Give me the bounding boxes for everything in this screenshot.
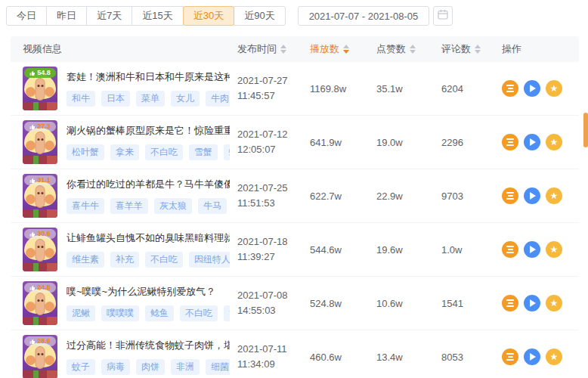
thumb-up-icon: [29, 285, 36, 291]
sort-carets-icon[interactable]: [280, 45, 286, 54]
play-video-button[interactable]: [524, 134, 540, 150]
video-tag[interactable]: 雪蟹: [189, 144, 218, 160]
video-row: 24.8 噗~噗噗~为什么泥鳅特别爱放气？ 泥鳅噗噗噗鲶鱼不白吃黄鳝笑死我了鲤鱼…: [11, 277, 579, 330]
video-tag[interactable]: 细菌: [206, 359, 230, 375]
data-analysis-button[interactable]: [502, 134, 518, 150]
video-title[interactable]: 套娃！澳洲和牛和日本和牛原来是这种关系？: [67, 70, 230, 84]
favorite-button[interactable]: ★: [546, 80, 562, 97]
comments-count: 6204: [441, 83, 502, 94]
video-tag[interactable]: 鲶鱼: [145, 305, 174, 321]
video-tag[interactable]: 不白吃: [145, 252, 183, 268]
favorite-button[interactable]: ★: [546, 134, 562, 150]
video-tag[interactable]: 不白吃: [145, 144, 183, 160]
video-tag[interactable]: 灰太狼: [154, 198, 192, 214]
tag-list: 松叶蟹拿来不白吃雪蟹螃蟹好吃长脚日本蜘蛛蟹: [67, 144, 230, 160]
comments-count: 8053: [441, 352, 502, 363]
data-analysis-button[interactable]: [502, 349, 518, 365]
plays-count: 641.9w: [310, 137, 376, 148]
video-tag[interactable]: 黄鳝: [224, 305, 230, 321]
play-video-button[interactable]: [524, 349, 540, 365]
header-video-info: 视频信息: [11, 42, 237, 56]
video-thumbnail[interactable]: 54.8: [23, 67, 57, 110]
sort-carets-icon[interactable]: [475, 45, 481, 54]
video-tag[interactable]: 拿来: [110, 144, 139, 160]
video-tag[interactable]: 菜单: [136, 91, 165, 107]
video-tag[interactable]: 噗噗噗: [101, 305, 139, 321]
header-likes[interactable]: 点赞数: [376, 42, 441, 56]
video-tag[interactable]: 非洲: [171, 359, 200, 375]
score-value: 24.8: [37, 283, 51, 293]
video-tag[interactable]: 日本: [101, 91, 130, 107]
video-thumbnail[interactable]: 28.6: [23, 335, 57, 378]
calendar-picker-button[interactable]: [433, 6, 453, 26]
play-video-button[interactable]: [524, 187, 540, 204]
video-tag[interactable]: 因纽特人: [189, 252, 230, 268]
data-analysis-button[interactable]: [502, 295, 518, 311]
table-body: 54.8 套娃！澳洲和牛和日本和牛原来是这种关系？ 和牛日本菜单女儿牛肉霜降近亲…: [11, 62, 579, 378]
publish-date: 2021-07-11: [237, 342, 310, 357]
video-title[interactable]: 让鲱鱼罐头自愧不如的臭味黑暗料理就是它——腌海雀！: [67, 231, 230, 245]
video-tag[interactable]: 补充: [110, 252, 139, 268]
video-tag[interactable]: 螃蟹: [224, 144, 230, 160]
header-publish-time[interactable]: 发布时间: [237, 42, 310, 56]
favorite-button[interactable]: ★: [546, 241, 562, 258]
video-tag[interactable]: 松叶蟹: [67, 144, 104, 160]
video-tag[interactable]: 病毒: [101, 359, 130, 375]
video-thumbnail[interactable]: 27.3: [23, 120, 57, 164]
video-tag[interactable]: 不白吃: [180, 305, 218, 321]
video-thumbnail[interactable]: 30.6: [23, 228, 57, 271]
filter-today[interactable]: 今日: [6, 6, 47, 26]
data-analysis-button[interactable]: [502, 241, 518, 258]
data-analysis-button[interactable]: [502, 80, 518, 97]
favorite-button[interactable]: ★: [546, 295, 562, 311]
filter-7days[interactable]: 近7天: [86, 6, 132, 26]
thumb-up-icon: [29, 178, 36, 184]
thumb-up-icon: [29, 339, 36, 345]
video-tag[interactable]: 女儿: [171, 91, 200, 107]
favorite-button[interactable]: ★: [546, 187, 562, 204]
play-video-button[interactable]: [524, 241, 540, 258]
video-thumbnail[interactable]: 31.1: [23, 174, 57, 218]
video-tag[interactable]: 喜羊羊: [110, 198, 148, 214]
filter-15days[interactable]: 近15天: [132, 6, 183, 26]
filter-yesterday[interactable]: 昨日: [46, 6, 87, 26]
score-badge: 28.6: [24, 336, 56, 346]
header-plays-sorted[interactable]: 播放数: [310, 42, 376, 56]
publish-time: 11:45:57: [237, 88, 310, 104]
date-range-input[interactable]: 2021-07-07 - 2021-08-05: [298, 6, 430, 26]
publish-date: 2021-07-08: [237, 288, 310, 303]
video-row: 27.3 涮火锅的蟹棒原型原来是它！惊险重重的松叶蟹脱壳之旅~ 松叶蟹拿来不白吃…: [11, 116, 579, 169]
publish-date: 2021-07-18: [237, 234, 310, 249]
video-thumbnail[interactable]: 24.8: [23, 281, 57, 325]
video-title[interactable]: 你看过的吃过的羊都是牛？马牛羊傻傻分不清了！: [67, 178, 230, 191]
likes-count: 22.9w: [376, 191, 441, 202]
video-tag[interactable]: 喜牛牛: [67, 198, 104, 214]
vertical-scrollbar-thumb[interactable]: [583, 113, 588, 147]
play-video-button[interactable]: [524, 295, 540, 311]
video-title[interactable]: 过分高能！非洲传统食物蚊子肉饼，堪称招蚊大户的翻身菜！: [67, 339, 230, 352]
filter-90days[interactable]: 近90天: [234, 6, 285, 26]
play-icon: [530, 192, 536, 200]
video-title[interactable]: 噗~噗噗~为什么泥鳅特别爱放气？: [67, 285, 230, 299]
video-title[interactable]: 涮火锅的蟹棒原型原来是它！惊险重重的松叶蟹脱壳之旅~: [67, 124, 230, 138]
table-header-row: 视频信息 发布时间 播放数 点赞数 评论数 操作: [11, 36, 579, 62]
favorite-button[interactable]: ★: [546, 349, 562, 365]
video-tag[interactable]: 蚊子: [67, 359, 95, 375]
play-video-button[interactable]: [524, 80, 540, 97]
publish-date: 2021-07-12: [237, 127, 310, 142]
data-analysis-button[interactable]: [502, 187, 518, 204]
video-tag[interactable]: 和牛: [67, 91, 95, 107]
video-tag[interactable]: 肉饼: [136, 359, 165, 375]
video-tag[interactable]: 牛马: [198, 198, 227, 214]
header-comments[interactable]: 评论数: [441, 42, 502, 56]
star-icon: ★: [550, 352, 559, 361]
sort-carets-icon[interactable]: [343, 45, 349, 54]
star-icon: ★: [550, 245, 559, 254]
video-tag[interactable]: 牛肉: [206, 91, 230, 107]
filter-30days[interactable]: 近30天: [183, 6, 234, 26]
video-tag[interactable]: 维生素: [67, 252, 104, 268]
sort-carets-icon[interactable]: [410, 45, 416, 54]
tag-list: 喜牛牛喜羊羊灰太狼牛马牛牛勇敢羊肉牛羊: [67, 198, 230, 214]
thumb-up-icon: [29, 124, 36, 130]
video-tag[interactable]: 泥鳅: [67, 305, 95, 321]
